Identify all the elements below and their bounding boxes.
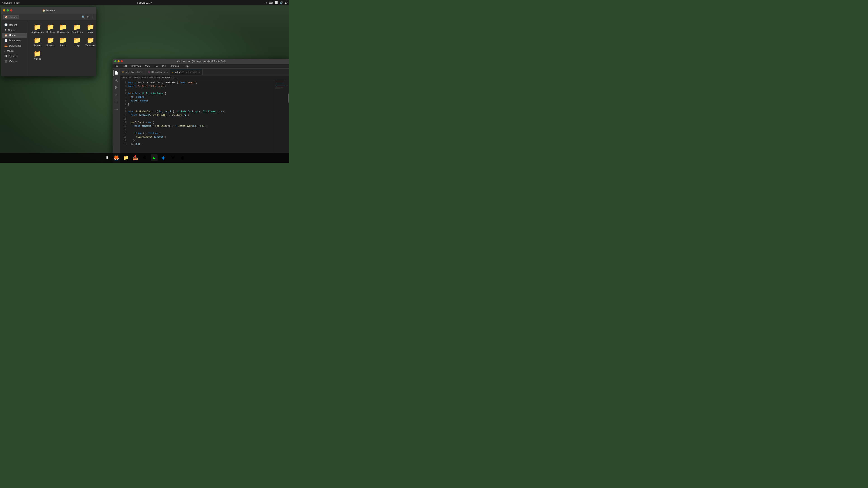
- terminal-taskbar-icon: ▶: [151, 154, 158, 161]
- taskbar-terminal[interactable]: ▶: [150, 153, 158, 162]
- vscode-line-numbers: 123456789101112131415161718: [120, 80, 128, 163]
- fm-home-button[interactable]: 🏠 Home ▾: [3, 15, 19, 19]
- folder-downloads[interactable]: 📁 Downloads: [70, 23, 84, 35]
- vscode-menu-go[interactable]: Go: [154, 65, 158, 67]
- fm-title: 🏠 Home ▾: [42, 9, 55, 12]
- power-icon[interactable]: ⏻: [285, 1, 287, 4]
- folder-documents[interactable]: 📁 Documents: [57, 23, 70, 35]
- volume-icon: 🔊: [280, 1, 283, 4]
- vscode-editor: ⚙ index.tsx .../Button Ⓢ HitPointBar.scs…: [120, 69, 289, 163]
- taskbar-firefox[interactable]: 🦊: [112, 153, 121, 162]
- fm-view-icon[interactable]: ⊞: [87, 15, 90, 19]
- vscode-extensions-icon[interactable]: ⊞: [113, 99, 119, 105]
- sidebar-videos-label: Videos: [9, 60, 17, 63]
- vscode-search-icon[interactable]: [113, 77, 119, 84]
- vscode-explorer-icon[interactable]: [113, 70, 119, 76]
- app-grid-icon: ⠿: [105, 155, 108, 160]
- topbar: Activities Files Feb 25 22:37 ⑁ ⌨ ⬜ 🔊 ⏻: [0, 0, 289, 5]
- folder-videos[interactable]: 📁 Videos: [31, 49, 44, 62]
- svg-point-2: [115, 86, 116, 87]
- folder-desktop[interactable]: 📁 Desktop: [45, 23, 56, 35]
- svg-rect-8: [275, 83, 284, 84]
- folder-snap-icon: 📁: [73, 37, 81, 43]
- fm-maximize-btn[interactable]: [6, 9, 9, 11]
- fm-minimize-btn[interactable]: [3, 9, 5, 11]
- svg-point-3: [115, 88, 116, 89]
- folder-music[interactable]: 📁 Music: [85, 23, 96, 35]
- topbar-left: Activities Files: [2, 1, 20, 4]
- vscode-menu-run[interactable]: Run: [161, 65, 167, 67]
- fm-search-icon[interactable]: 🔍: [82, 15, 85, 19]
- sidebar-item-music[interactable]: ♪ Music: [2, 48, 27, 53]
- files-label[interactable]: Files: [14, 1, 20, 4]
- folder-applications-label: Applications: [31, 31, 43, 34]
- taskbar-git[interactable]: ❦: [169, 153, 178, 162]
- vscode-menu-terminal[interactable]: Terminal: [170, 65, 180, 67]
- sidebar-item-pictures[interactable]: 🖼 Pictures: [2, 54, 27, 59]
- svg-line-1: [117, 80, 118, 82]
- vscode-scrollbar-thumb[interactable]: [288, 94, 289, 103]
- starred-icon: ★: [4, 29, 7, 32]
- vscode-menu-selection[interactable]: Selection: [130, 65, 142, 67]
- vscode-tab-close-3[interactable]: ✕: [198, 71, 200, 73]
- vscode-more-icon[interactable]: •••: [113, 107, 119, 113]
- vscode-menu-view[interactable]: View: [145, 65, 151, 67]
- vscode-git-icon[interactable]: [113, 84, 119, 91]
- fm-home-label: Home: [9, 16, 16, 19]
- folder-documents-label: Documents: [57, 31, 69, 34]
- folder-applications-icon: 📁: [33, 24, 41, 30]
- svg-rect-10: [275, 85, 287, 86]
- svg-point-4: [116, 86, 117, 87]
- vscode-menu-help[interactable]: Help: [183, 65, 190, 67]
- vscode-menu-file[interactable]: File: [114, 65, 119, 67]
- vscode-minimap: [274, 80, 287, 163]
- vscode-code-content[interactable]: import React, { useEffect, useState } fr…: [128, 80, 274, 163]
- vscode-tab-bar: ⚙ index.tsx .../Button Ⓢ HitPointBar.scs…: [120, 69, 289, 75]
- vscode-tab-icon-3: ●: [172, 71, 174, 73]
- fm-body: 🕐 Recent ★ Starred 🏠 Home 📄 Documents 📥 …: [1, 20, 96, 76]
- folder-pictures-label: Pictures: [33, 44, 41, 47]
- sidebar-recent-label: Recent: [9, 24, 17, 26]
- vscode-tab-index-hitpointbar[interactable]: ● index.tsx .../HitPointBar ✕: [170, 69, 202, 75]
- folder-projects[interactable]: 📁 Projects: [45, 36, 56, 48]
- folder-desktop-icon: 📁: [46, 24, 55, 30]
- topbar-center: Feb 25 22:37: [137, 1, 152, 4]
- vscode-minimize-btn[interactable]: [118, 60, 120, 62]
- vscode-debug-icon[interactable]: ▷: [113, 92, 119, 98]
- svg-rect-12: [275, 87, 283, 88]
- folder-pictures[interactable]: 📁 Pictures: [31, 36, 44, 48]
- folder-public[interactable]: 📁 Public: [57, 36, 70, 48]
- activities-label[interactable]: Activities: [2, 1, 11, 4]
- sidebar-item-videos[interactable]: 🎬 Videos: [2, 59, 27, 64]
- vscode-tab-icon-1: ⚙: [122, 71, 124, 73]
- downloads-icon: 📥: [4, 44, 8, 47]
- folder-documents-icon: 📁: [59, 24, 67, 30]
- fm-more-icon[interactable]: ⋮: [91, 15, 94, 19]
- vscode-menu-edit[interactable]: Edit: [122, 65, 128, 67]
- fm-close-btn[interactable]: [10, 9, 12, 11]
- vscode-scrollbar[interactable]: [287, 80, 289, 163]
- folder-templates[interactable]: 📁 Templates: [85, 36, 96, 48]
- vscode-title: index.tsx - card (Workspace) - Visual St…: [176, 60, 226, 63]
- folder-snap[interactable]: 📁 snap: [70, 36, 84, 48]
- sidebar-item-downloads[interactable]: 📥 Downloads: [2, 43, 27, 48]
- taskbar-downloads[interactable]: 📥: [131, 153, 140, 162]
- folder-applications[interactable]: 📁 Applications: [31, 23, 44, 35]
- taskbar-app-grid[interactable]: ⠿: [102, 153, 111, 162]
- vscode-tab-label-2: HitPointBar.scss: [151, 71, 168, 73]
- vscode-maximize-btn[interactable]: [114, 60, 116, 62]
- sidebar-item-home[interactable]: 🏠 Home: [2, 33, 27, 38]
- sidebar-item-documents[interactable]: 📄 Documents: [2, 38, 27, 43]
- vscode-tab-scss[interactable]: Ⓢ HitPointBar.scss: [146, 69, 170, 75]
- sidebar-item-starred[interactable]: ★ Starred: [2, 28, 27, 33]
- sidebar-item-recent[interactable]: 🕐 Recent: [2, 22, 27, 27]
- taskbar-files[interactable]: 📁: [121, 153, 130, 162]
- sidebar-starred-label: Starred: [8, 29, 16, 31]
- vscode-tab-index-button[interactable]: ⚙ index.tsx .../Button: [120, 69, 146, 75]
- folder-videos-label: Videos: [34, 58, 41, 60]
- taskbar-vscode[interactable]: ◈: [159, 153, 168, 162]
- taskbar-trash[interactable]: 🗑: [178, 153, 187, 162]
- taskbar-settings[interactable]: ⚙: [141, 153, 149, 162]
- vscode-close-btn[interactable]: [121, 60, 123, 62]
- fm-title-chevron: ▾: [54, 9, 55, 11]
